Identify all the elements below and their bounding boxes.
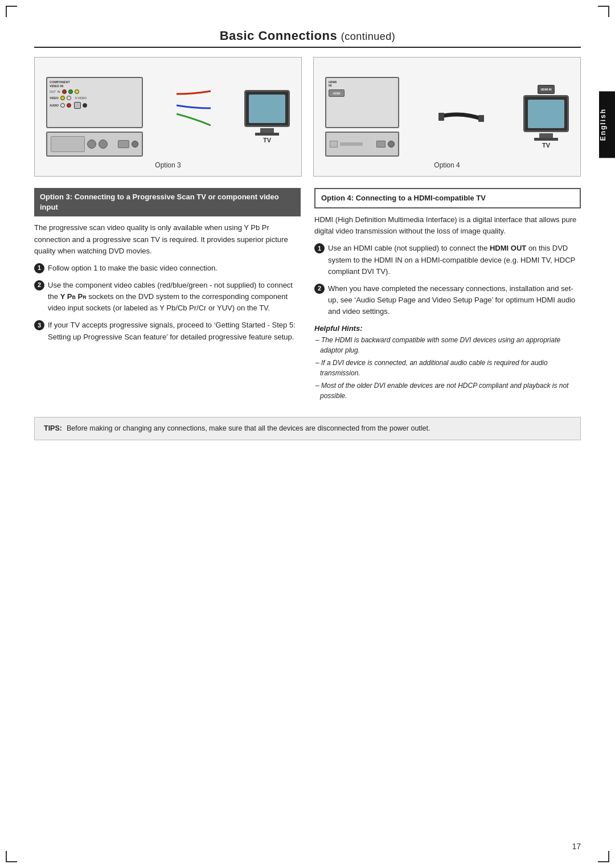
section3-item2: 2 Use the component video cables (red/bl… (34, 280, 301, 314)
corner-mark-bl (6, 851, 17, 862)
tips-text: Before making or changing any connection… (67, 423, 430, 434)
hdmi-cable-svg (438, 88, 484, 145)
section3-header: Option 3: Connecting to a Progressive Sc… (34, 188, 301, 216)
section3-item1: 1 Follow option 1 to make the basic vide… (34, 263, 301, 274)
tv-label-3: TV (263, 137, 271, 144)
item4-2-text: When you have completed the necessary co… (328, 283, 581, 317)
section3-intro: The progressive scan video quality is on… (34, 222, 301, 256)
content-left: Option 3: Connecting to a Progressive Sc… (34, 188, 301, 403)
content-right: Option 4: Connecting to a HDMI-compatibl… (314, 188, 581, 403)
item1-number: 1 (34, 263, 44, 273)
page-title-continued: (continued) (341, 31, 396, 42)
item4-1-number: 1 (314, 243, 325, 253)
hdmi-out-label: HDMI OUT (490, 244, 526, 252)
diag4-inner: HDMIIN HDMI (314, 58, 580, 176)
section4-intro: HDMI (High Definition Multimedia Interfa… (314, 214, 581, 237)
item4-1-text: Use an HDMI cable (not supplied) to conn… (328, 243, 581, 277)
item3-number: 3 (34, 320, 44, 330)
item2-text: Use the component video cables (red/blue… (48, 280, 301, 314)
page-wrapper: English Basic Connections (continued) CO… (0, 0, 615, 868)
section4-header: Option 4: Connecting to a HDMI-compatibl… (314, 188, 581, 208)
section4-item2: 2 When you have completed the necessary … (314, 283, 581, 317)
corner-mark-tl (6, 6, 17, 17)
title-divider (34, 47, 581, 48)
hint-item-3: – Most of the older DVI enable devices a… (314, 380, 581, 401)
tv-label-4: TV (542, 142, 550, 149)
section3-item3: 3 If your TV accepts progressive signals… (34, 320, 301, 342)
tips-label: TIPS: (44, 423, 62, 434)
hint-item-1: – The HDMI is backward compatible with s… (314, 335, 581, 355)
page-number: 17 (572, 842, 581, 851)
diagram-option4: HDMIIN HDMI (313, 57, 581, 177)
english-tab: English (599, 91, 615, 158)
svg-rect-0 (438, 113, 444, 121)
item2-number: 2 (34, 280, 44, 290)
option3-label: Option 3 (155, 161, 181, 169)
diagram-option3: COMPONENTVIDEO IN OUT IN VIDEO (34, 57, 302, 177)
item2-ypbpr: Y Pb Pr (60, 292, 87, 301)
section4-item1: 1 Use an HDMI cable (not supplied) to co… (314, 243, 581, 277)
page-title-main: Basic Connections (220, 28, 338, 43)
cable-svg-3 (177, 80, 211, 154)
page-title: Basic Connections (continued) (34, 28, 581, 43)
hint-item-2: – If a DVI device is connected, an addit… (314, 358, 581, 378)
svg-rect-1 (478, 115, 484, 122)
item3-text: If your TV accepts progressive signals, … (48, 320, 301, 342)
item4-2-number: 2 (314, 284, 325, 294)
corner-mark-tr (598, 6, 609, 17)
helpful-hints-title: Helpful Hints: (314, 324, 581, 333)
tips-bar: TIPS: Before making or changing any conn… (34, 417, 581, 440)
diagrams-row: COMPONENTVIDEO IN OUT IN VIDEO (34, 57, 581, 177)
content-row: Option 3: Connecting to a Progressive Sc… (34, 188, 581, 403)
helpful-hints: Helpful Hints: – The HDMI is backward co… (314, 324, 581, 401)
diag3-inner: COMPONENTVIDEO IN OUT IN VIDEO (35, 58, 301, 176)
corner-mark-br (598, 851, 609, 862)
item1-text: Follow option 1 to make the basic video … (48, 263, 301, 274)
option4-label: Option 4 (434, 161, 460, 169)
